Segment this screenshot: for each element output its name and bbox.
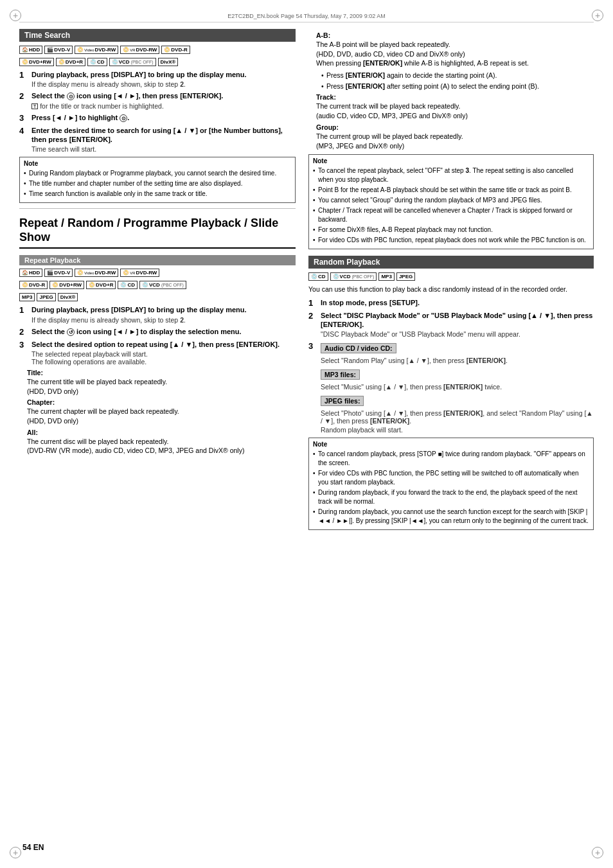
opt-all-text: The current disc will be played back rep… — [27, 437, 296, 456]
rand-note-3: During random playback, if you forward t… — [313, 488, 589, 506]
jpeg-files-label: JPEG files: — [321, 396, 364, 406]
repeat-step-1: 1 During playback, press [DISPLAY] to br… — [19, 305, 296, 323]
left-column: Time Search 🏠HDD 🎬DVD-V 📀VideoDVD-RW 📀VR… — [19, 29, 296, 534]
repeat-playback-header: Repeat Playback — [19, 255, 296, 265]
rep-device-dvdv: 🎬DVD-V — [44, 269, 73, 277]
ab-section: A-B: The A-B point will be played back r… — [308, 31, 594, 150]
rep-device-hdd: 🏠HDD — [19, 269, 42, 277]
rand-device-jpeg: JPEG — [396, 272, 415, 281]
device-vr-dvdrw: 📀VRDVD-RW — [120, 46, 159, 54]
time-search-note: Note During Random playback or Programme… — [19, 157, 296, 203]
device-divx: DivX® — [158, 58, 179, 66]
time-search-devices-row2: 📀DVD+RW 📀DVD+R 💿CD 💿VCD(PBC OFF) DivX® — [19, 58, 296, 66]
time-search-step-1: 1 During playback, press [DISPLAY] to br… — [19, 70, 296, 88]
random-devices: 💿CD 💿VCD(PBC OFF) MP3 JPEG — [308, 272, 594, 281]
opt-track-text: The current track will be played back re… — [316, 102, 594, 120]
opt-ab-text: The A-B point will be played back repeat… — [316, 40, 594, 68]
device-dvdr: 📀DVD-R — [161, 46, 190, 54]
device-vcd: 💿VCD(PBC OFF) — [109, 58, 156, 66]
rep-device-cd: 💿CD — [118, 281, 138, 289]
main-section-title: Repeat / Random / Programme Playback / S… — [19, 217, 296, 249]
audio-cd-label: Audio CD / video CD: — [321, 343, 396, 353]
time-search-header: Time Search — [19, 29, 296, 42]
random-step-3: 3 Audio CD / video CD: Select "Random Pl… — [308, 341, 594, 434]
time-search-devices-row1: 🏠HDD 🎬DVD-V 📀VideoDVD-RW 📀VRDVD-RW 📀DVD-… — [19, 46, 296, 54]
rep-device-mp3: MP3 — [19, 293, 35, 301]
rand-note-4: During random playback, you cannot use t… — [313, 508, 589, 526]
opt-ab-label: A-B: — [316, 31, 594, 39]
random-intro: You can use this function to play back a… — [308, 285, 594, 294]
time-search-step-3: 3 Press [◄ / ►] to highlight ⊙. — [19, 113, 296, 123]
rep-note-4: Chapter / Track repeat will be cancelled… — [313, 206, 589, 224]
rep-device-divx: DivX® — [58, 293, 78, 301]
repeat-devices-row1: 🏠HDD 🎬DVD-V 📀VideoDVD-RW 📀VRDVD-RW — [19, 269, 296, 277]
repeat-step-2: 2 Select the ↺ icon using [◄ / ►] to dis… — [19, 327, 296, 337]
rand-note-1: To cancel random playback, press [STOP ■… — [313, 450, 589, 468]
device-dvdplusrw: 📀DVD+RW — [19, 58, 54, 66]
rep-device-dvdr: 📀DVD-R — [19, 281, 48, 289]
rep-note-6: For video CDs with PBC function, repeat … — [313, 236, 589, 245]
opt-all-label: All: — [27, 429, 296, 436]
opt-chapter-label: Chapter: — [27, 398, 296, 406]
time-search-note-1: During Random playback or Programme play… — [24, 169, 291, 178]
device-cd: 💿CD — [87, 58, 107, 66]
repeat-step-3: 3 Select the desired option to repeat us… — [19, 340, 296, 366]
rep-note-2: Point B for the repeat A-B playback shou… — [313, 186, 589, 195]
device-hdd: 🏠HDD — [19, 46, 42, 54]
clock-icon: ⊙ — [120, 114, 127, 122]
random-playback-header: Random Playback — [308, 256, 594, 269]
opt-title-text: The current title will be played back re… — [27, 377, 296, 396]
opt-group-text: The current group will be played back re… — [316, 132, 594, 150]
rand-note-2: For video CDs with PBC function, the PBC… — [313, 469, 589, 487]
rand-device-cd: 💿CD — [308, 272, 328, 281]
t-badge: T — [31, 103, 38, 109]
rep-device-vr-dvdrw: 📀VRDVD-RW — [120, 269, 159, 277]
rep-note-5: For some DivX® files, A-B Repeat playbac… — [313, 226, 589, 235]
mp3-files-label: MP3 files: — [321, 369, 360, 380]
time-search-step-4: 4 Enter the desired time to search for u… — [19, 126, 296, 154]
opt-track-label: Track: — [316, 93, 594, 101]
rep-device-jpeg: JPEG — [37, 293, 55, 301]
repeat-note: Note To cancel the repeat playback, sele… — [308, 154, 594, 249]
time-search-note-2: The title number and chapter number of t… — [24, 179, 291, 188]
search-icon: ⊙ — [67, 93, 75, 100]
time-search-note-3: Time search function is available only i… — [24, 190, 291, 199]
repeat-icon: ↺ — [67, 328, 75, 336]
rep-device-vcd: 💿VCD(PBC OFF) — [139, 281, 186, 289]
repeat-devices-row3: MP3 JPEG DivX® — [19, 293, 296, 301]
opt-group-label: Group: — [316, 123, 594, 131]
rep-device-dvdplusrw: 📀DVD+RW — [49, 281, 84, 289]
random-step-1: 1 In stop mode, press [SETUP]. — [308, 298, 594, 308]
rand-device-mp3: MP3 — [378, 272, 394, 281]
ab-bullet-1: Press [ENTER/OK] again to decide the sta… — [321, 71, 594, 80]
rep-device-dvdplusr: 📀DVD+R — [86, 281, 116, 289]
rep-device-video-dvdrw: 📀VideoDVD-RW — [75, 269, 118, 277]
right-column: A-B: The A-B point will be played back r… — [308, 29, 594, 534]
repeat-options: Title: The current title will be played … — [19, 369, 296, 456]
time-search-step-2: 2 Select the ⊙ icon using [◄ / ►], then … — [19, 91, 296, 109]
rep-note-3: You cannot select "Group" during the ran… — [313, 196, 589, 205]
page-header: E2TC2BD_EN.book Page 54 Thursday, May 7,… — [19, 13, 594, 22]
device-video-dvdrw: 📀VideoDVD-RW — [75, 46, 118, 54]
ab-bullet-2: Press [ENTER/OK] after setting point (A)… — [321, 82, 594, 91]
device-dvdplusr: 📀DVD+R — [56, 58, 85, 66]
device-dvdv: 🎬DVD-V — [44, 46, 73, 54]
random-step-2: 2 Select "DISC Playback Mode" or "USB Pl… — [308, 311, 594, 339]
opt-title-label: Title: — [27, 369, 296, 376]
rep-note-1: To cancel the repeat playback, select "O… — [313, 166, 589, 184]
rand-device-vcd: 💿VCD(PBC OFF) — [330, 272, 377, 281]
page-number: 54 EN — [22, 843, 44, 852]
divider-1 — [19, 208, 296, 209]
random-note: Note To cancel random playback, press [S… — [308, 438, 594, 530]
opt-chapter-text: The current chapter will be played back … — [27, 407, 296, 425]
repeat-devices-row2: 📀DVD-R 📀DVD+RW 📀DVD+R 💿CD 💿VCD(PBC OFF) — [19, 281, 296, 289]
